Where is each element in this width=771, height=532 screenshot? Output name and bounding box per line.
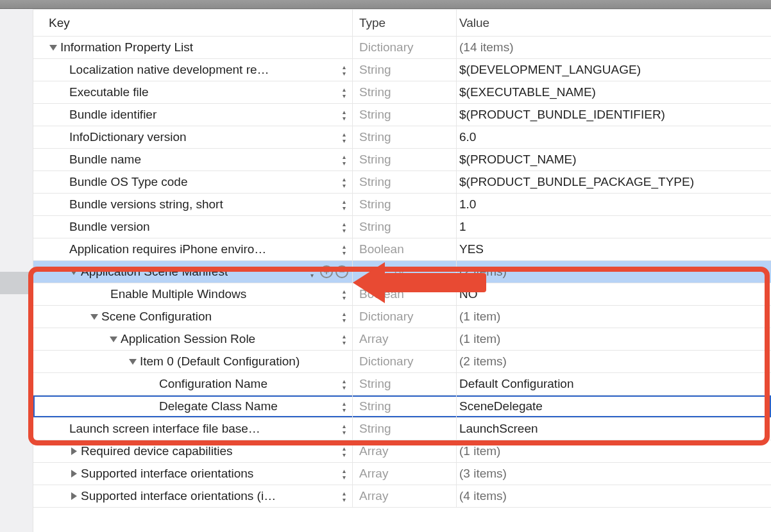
gutter [0,0,33,532]
table-row[interactable]: Application Session Role Array (1 item) [33,328,771,351]
root-row[interactable]: Information Property List Dictionary (14… [33,37,771,59]
disclosure-right-icon[interactable] [69,470,78,478]
table-row[interactable]: Bundle OS Type code String $(PRODUCT_BUN… [33,171,771,194]
key-stepper-icon[interactable] [343,63,348,76]
table-row[interactable]: Enable Multiple Windows Boolean NO [33,283,771,306]
table-row[interactable]: Bundle name String $(PRODUCT_NAME) [33,149,771,171]
gutter-selection-indicator [0,272,33,294]
root-value: (14 items) [459,40,513,54]
key-stepper-icon[interactable] [343,333,348,345]
table-row[interactable]: Configuration Name String Default Config… [33,373,771,395]
key-stepper-icon[interactable] [343,288,348,301]
key-stepper-icon[interactable] [343,108,348,121]
disclosure-down-icon[interactable] [90,314,99,320]
key-stepper-icon[interactable] [343,422,348,435]
window-toolbar-strip [0,0,771,9]
key-stepper-icon[interactable] [343,467,348,480]
key-stepper-icon[interactable] [343,490,348,503]
table-row[interactable]: Scene Configuration Dictionary (1 item) [33,306,771,328]
scene-type-partial: ry [394,265,404,279]
table-row[interactable]: Launch screen interface file base… Strin… [33,418,771,440]
key-stepper-icon[interactable] [343,400,348,413]
key-stepper-icon[interactable] [343,176,348,188]
column-header-key[interactable]: Key [33,10,353,36]
plist-table: Key Type Value Information Property List… [33,9,771,532]
table-row[interactable]: Executable file String $(EXECUTABLE_NAME… [33,81,771,104]
add-row-button[interactable]: + [320,265,333,278]
disclosure-right-icon[interactable] [69,492,78,500]
key-stepper-icon[interactable] [343,243,348,256]
disclosure-down-icon[interactable] [49,45,58,51]
key-stepper-icon[interactable] [343,445,348,458]
delegate-class-row[interactable]: Delegate Class Name String SceneDelegate [33,395,771,418]
key-stepper-icon[interactable] [343,220,348,233]
key-stepper-icon[interactable] [343,131,348,144]
remove-row-button[interactable]: − [335,265,348,278]
table-row[interactable]: Bundle version String 1 [33,216,771,238]
key-stepper-icon[interactable] [343,378,348,390]
table-row[interactable]: InfoDictionary version String 6.0 [33,126,771,149]
disclosure-down-icon[interactable] [109,337,118,342]
disclosure-down-icon[interactable] [128,359,137,365]
table-row[interactable]: Bundle identifier String $(PRODUCT_BUNDL… [33,104,771,126]
key-stepper-icon[interactable] [343,153,348,166]
table-row[interactable]: Item 0 (Default Configuration) Dictionar… [33,351,771,373]
key-stepper-icon[interactable] [343,86,348,99]
table-row[interactable]: Application requires iPhone enviro… Bool… [33,238,771,261]
column-header-value[interactable]: Value [457,10,771,36]
root-type: Dictionary [359,40,413,54]
scene-manifest-key: Application Scene Manifest [81,265,228,279]
disclosure-right-icon[interactable] [69,447,78,455]
disclosure-down-icon[interactable] [69,269,78,275]
key-stepper-icon[interactable] [343,198,348,211]
key-stepper-icon[interactable] [343,310,348,323]
column-header-type[interactable]: Type [353,10,457,36]
plist-editor: Key Type Value Information Property List… [0,0,771,532]
root-key-label: Information Property List [60,40,193,54]
table-header-row: Key Type Value [33,10,771,37]
table-row[interactable]: Required device capabilities Array (1 it… [33,440,771,463]
table-row[interactable]: Bundle versions string, short String 1.0 [33,194,771,216]
table-row[interactable]: Supported interface orientations Array (… [33,463,771,485]
scene-manifest-row[interactable]: Application Scene Manifest + − Dictionar… [33,261,771,283]
table-row[interactable]: Supported interface orientations (i… Arr… [33,485,771,508]
add-remove-buttons: + − [320,265,348,278]
type-stepper-icon[interactable] [449,266,452,278]
table-row[interactable]: Localization native development re… Stri… [33,59,771,81]
key-stepper-icon[interactable] [310,265,316,278]
